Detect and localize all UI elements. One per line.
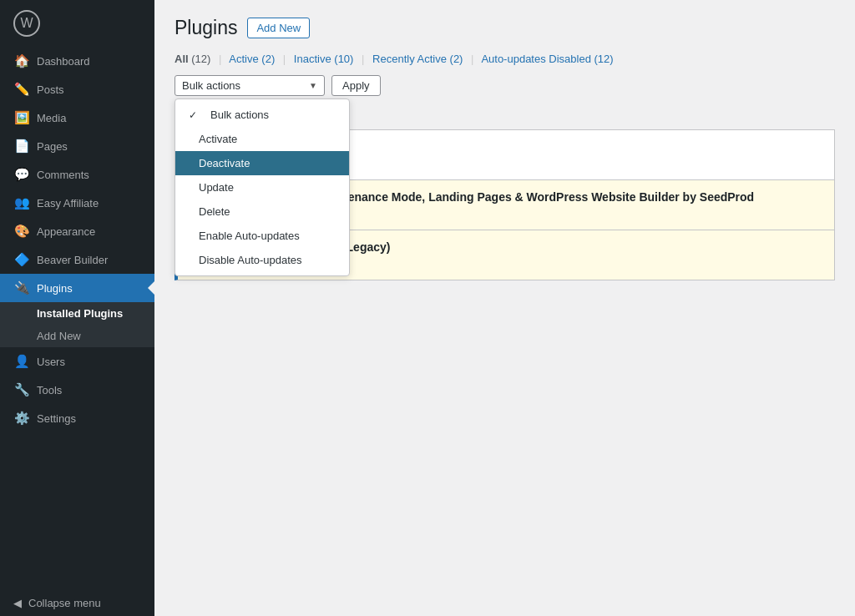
sidebar-item-label: Posts (37, 83, 64, 96)
comments-icon: 💬 (13, 167, 30, 182)
sidebar-item-appearance[interactable]: 🎨 Appearance (0, 217, 154, 245)
filter-bar: All (12) | Active (2) | Inactive (10) | … (175, 53, 835, 65)
wordpress-icon: W (13, 10, 40, 37)
sidebar-item-label: Comments (37, 169, 89, 181)
sep3: | (362, 53, 364, 65)
add-new-button[interactable]: Add New (247, 18, 310, 38)
dropdown-item-deactivate[interactable]: Deactivate (175, 151, 349, 175)
tools-icon: 🔧 (13, 382, 30, 397)
plugins-icon: 🔌 (13, 280, 30, 295)
sidebar-item-label: Settings (37, 412, 76, 425)
sidebar-item-label: Media (37, 112, 66, 124)
sidebar-item-label: Easy Affiliate (37, 197, 99, 210)
posts-icon: ✏️ (13, 82, 30, 97)
submenu-installed-plugins[interactable]: Installed Plugins (0, 302, 154, 325)
sidebar-item-settings[interactable]: ⚙️ Settings (0, 404, 154, 432)
sidebar-item-pages[interactable]: 📄 Pages (0, 132, 154, 160)
page-title: Plugins (175, 17, 237, 39)
pages-icon: 📄 (13, 139, 30, 154)
sidebar-item-dashboard[interactable]: 🏠 Dashboard (0, 47, 154, 75)
submenu-add-new[interactable]: Add New (0, 325, 154, 347)
apply-button[interactable]: Apply (331, 75, 381, 96)
beaver-builder-icon: 🔷 (13, 252, 30, 267)
dropdown-arrow-icon: ▼ (309, 81, 317, 90)
bulk-actions-wrapper: Bulk actions ▼ Bulk actions Activate Dea… (175, 75, 325, 96)
toolbar: Bulk actions ▼ Bulk actions Activate Dea… (175, 75, 835, 96)
plugins-submenu: Installed Plugins Add New (0, 302, 154, 347)
users-icon: 👤 (13, 354, 30, 369)
dropdown-item-update[interactable]: Update (175, 175, 349, 199)
filter-inactive[interactable]: Inactive (10) (294, 53, 357, 65)
dropdown-item-disable-autoupdates[interactable]: Disable Auto-updates (175, 248, 349, 272)
filter-auto-updates[interactable]: Auto-updates Disabled (12) (481, 53, 613, 65)
sidebar-item-label: Dashboard (37, 55, 90, 68)
sidebar-item-media[interactable]: 🖼️ Media (0, 104, 154, 132)
filter-recently-active[interactable]: Recently Active (2) (372, 53, 466, 65)
main-content: Plugins Add New All (12) | Active (2) | … (154, 0, 855, 616)
collapse-menu[interactable]: ◀ Collapse menu (0, 590, 154, 616)
appearance-icon: 🎨 (13, 224, 30, 239)
sidebar-item-tools[interactable]: 🔧 Tools (0, 376, 154, 404)
bulk-actions-dropdown: Bulk actions Activate Deactivate Update … (175, 98, 350, 276)
easy-affiliate-icon: 👥 (13, 195, 30, 210)
filter-all[interactable]: All (12) (175, 53, 214, 65)
sidebar-item-label: Plugins (37, 282, 73, 295)
sidebar-item-label: Appearance (37, 225, 95, 238)
dropdown-item-delete[interactable]: Delete (175, 199, 349, 224)
sidebar-item-posts[interactable]: ✏️ Posts (0, 75, 154, 104)
page-header: Plugins Add New (175, 17, 835, 39)
sidebar-item-label: Pages (37, 140, 68, 153)
wp-logo: W (0, 0, 154, 47)
sidebar: W 🏠 Dashboard ✏️ Posts 🖼️ Media 📄 Pages … (0, 0, 154, 616)
sep1: | (219, 53, 221, 65)
filter-all-count: (12) (191, 53, 210, 65)
sidebar-item-easy-affiliate[interactable]: 👥 Easy Affiliate (0, 189, 154, 217)
filter-all-label: All (175, 53, 189, 65)
collapse-label: Collapse menu (28, 597, 101, 609)
dropdown-item-activate[interactable]: Activate (175, 127, 349, 151)
sidebar-item-beaver-builder[interactable]: 🔷 Beaver Builder (0, 245, 154, 274)
bulk-actions-label: Bulk actions (182, 79, 309, 92)
sidebar-item-users[interactable]: 👤 Users (0, 347, 154, 376)
bulk-actions-select[interactable]: Bulk actions ▼ (175, 75, 325, 96)
sidebar-item-comments[interactable]: 💬 Comments (0, 160, 154, 189)
sep2: | (283, 53, 286, 65)
filter-active[interactable]: Active (2) (229, 53, 278, 65)
dropdown-item-enable-autoupdates[interactable]: Enable Auto-updates (175, 224, 349, 248)
sidebar-item-label: Beaver Builder (37, 254, 108, 266)
dashboard-icon: 🏠 (13, 53, 30, 68)
media-icon: 🖼️ (13, 110, 30, 125)
sep4: | (471, 53, 473, 65)
sidebar-item-plugins[interactable]: 🔌 Plugins (0, 274, 154, 302)
settings-icon: ⚙️ (13, 411, 30, 426)
dropdown-item-bulk-actions[interactable]: Bulk actions (175, 103, 349, 127)
sidebar-item-label: Users (37, 356, 65, 368)
sidebar-item-label: Tools (37, 384, 62, 396)
collapse-icon: ◀ (13, 597, 22, 609)
